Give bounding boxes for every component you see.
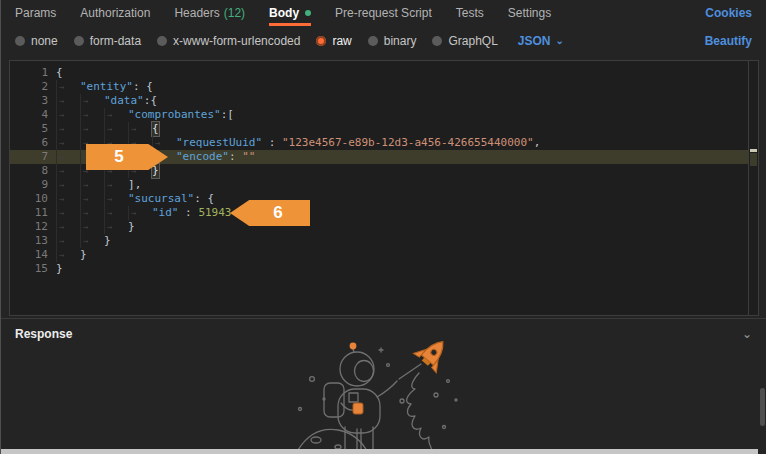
language-select-value: JSON	[518, 34, 551, 48]
line-number: 10	[10, 192, 48, 206]
token-key: "requestUuid"	[176, 136, 262, 150]
code-line-3: 3→→"data":{	[10, 94, 748, 108]
radio-x-www-form-urlencoded[interactable]: x-www-form-urlencoded	[157, 34, 300, 48]
line-number: 14	[10, 248, 48, 262]
radio-raw[interactable]: raw	[316, 34, 351, 48]
tab-label: Body	[269, 6, 299, 20]
code-line-9: 9→→→],	[10, 178, 748, 192]
tab-whitespace-icon: →	[56, 164, 80, 178]
code-line-14: 14→}	[10, 248, 748, 262]
radio-label: GraphQL	[448, 34, 497, 48]
radio-none[interactable]: none	[15, 34, 58, 48]
code-line-1: 1{	[10, 66, 748, 80]
request-tab-bar: Params Authorization Headers(12) Body Pr…	[1, 0, 766, 26]
tab-authorization[interactable]: Authorization	[80, 0, 150, 26]
token-key: "comprobantes"	[128, 108, 221, 122]
tab-whitespace-icon: →	[80, 94, 104, 108]
token-brace: {	[207, 192, 214, 206]
tab-settings[interactable]: Settings	[508, 0, 551, 26]
tab-label: Pre-request Script	[335, 6, 432, 20]
language-select[interactable]: JSON⌄	[518, 34, 564, 48]
token-key: "encode"	[176, 150, 229, 164]
tab-whitespace-icon: →	[56, 192, 80, 206]
token-punc: :	[144, 94, 151, 108]
tab-whitespace-icon: →	[80, 234, 104, 248]
line-number: 11	[10, 206, 48, 220]
tab-whitespace-icon: →	[80, 220, 104, 234]
tab-whitespace-icon: →	[80, 122, 104, 136]
line-number: 5	[10, 122, 48, 136]
empty-response-illustration	[284, 337, 484, 449]
handheld-device	[353, 403, 363, 414]
tab-body[interactable]: Body	[269, 0, 311, 26]
moon-hill	[294, 429, 370, 449]
cookies-link[interactable]: Cookies	[705, 0, 752, 26]
line-number: 9	[10, 178, 48, 192]
tab-whitespace-icon: →	[56, 80, 80, 94]
scrollbar-thumb[interactable]	[760, 388, 765, 426]
radio-form-data[interactable]: form-data	[74, 34, 141, 48]
line-number: 3	[10, 94, 48, 108]
tab-whitespace-icon: →	[56, 178, 80, 192]
rocket-icon	[413, 337, 454, 373]
antenna-light	[350, 343, 357, 350]
callout-number: 6	[273, 203, 282, 223]
tab-label: Authorization	[80, 6, 150, 20]
tab-whitespace-icon: →	[104, 108, 128, 122]
tab-whitespace-icon: →	[80, 192, 104, 206]
token-brace: {	[150, 94, 157, 108]
astronaut-helmet	[340, 352, 374, 386]
body-type-bar: none form-data x-www-form-urlencoded raw…	[1, 26, 766, 56]
token-punc: ,	[135, 178, 142, 192]
beautify-link[interactable]: Beautify	[705, 34, 752, 48]
collapse-chevron-down-icon[interactable]: ⌄	[742, 327, 752, 341]
code-line-13: 13→→}	[10, 234, 748, 248]
code-line-4: 4→→→"comprobantes":[	[10, 108, 748, 122]
token-brace: [	[227, 108, 234, 122]
tab-tests[interactable]: Tests	[456, 0, 484, 26]
radio-graphql[interactable]: GraphQL	[432, 34, 497, 48]
kite-string	[399, 364, 421, 379]
radio-label: binary	[384, 34, 417, 48]
tab-headers[interactable]: Headers(12)	[174, 0, 245, 26]
token-punc: :	[262, 136, 282, 150]
window-bottom-edge	[1, 449, 758, 454]
radio-icon	[157, 36, 167, 46]
response-title: Response	[15, 327, 72, 341]
raw-body-editor[interactable]: 1{2→"entity": {3→→"data":{4→→→"comproban…	[9, 60, 759, 316]
token-punc: ,	[534, 136, 541, 150]
code-area[interactable]: 1{2→"entity": {3→→"data":{4→→→"comproban…	[10, 61, 748, 315]
tab-whitespace-icon: →	[128, 206, 152, 220]
tab-label: Tests	[456, 6, 484, 20]
code-line-15: 15}	[10, 262, 748, 276]
code-line-2: 2→"entity": {	[10, 80, 748, 94]
tab-params[interactable]: Params	[15, 0, 56, 26]
tab-whitespace-icon: →	[56, 150, 80, 164]
token-key: "data"	[104, 94, 144, 108]
editor-overview-gutter[interactable]	[748, 61, 758, 315]
tab-whitespace-icon: →	[152, 136, 176, 150]
body-modified-dot-icon	[305, 10, 311, 16]
tab-whitespace-icon: →	[56, 136, 80, 150]
token-punc: :	[221, 108, 228, 122]
tab-label: Settings	[508, 6, 551, 20]
token-key: "id"	[152, 206, 179, 220]
token-brace: }	[56, 262, 63, 276]
rocket-trail	[407, 373, 433, 449]
line-number: 2	[10, 80, 48, 94]
tab-pre-request-script[interactable]: Pre-request Script	[335, 0, 432, 26]
code-line-10: 10→→→"sucursal": {	[10, 192, 748, 206]
tab-whitespace-icon: →	[128, 122, 152, 136]
token-key: "sucursal"	[128, 192, 194, 206]
tab-whitespace-icon: →	[104, 178, 128, 192]
radio-binary[interactable]: binary	[368, 34, 417, 48]
window-scrollbar[interactable]	[759, 0, 766, 449]
line-number: 12	[10, 220, 48, 234]
token-brace: }	[80, 248, 87, 262]
radio-icon	[368, 36, 378, 46]
token-punc: :	[133, 80, 146, 94]
tab-whitespace-icon: →	[80, 108, 104, 122]
token-num: 51943	[198, 206, 231, 220]
callout-number: 5	[114, 147, 123, 167]
tab-whitespace-icon: →	[80, 206, 104, 220]
